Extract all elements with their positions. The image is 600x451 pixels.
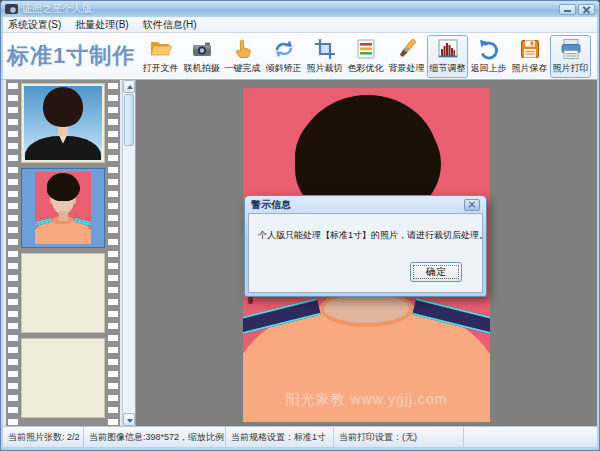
window-title: 证照之星个人版: [22, 2, 92, 16]
title-bar: 证照之星个人版: [1, 1, 599, 17]
toolbar-button-save-photo[interactable]: 照片保存: [509, 35, 550, 78]
filmstrip-empty-frame[interactable]: [21, 253, 105, 333]
dialog-close-icon[interactable]: [464, 199, 480, 211]
photo-crop-icon: [313, 37, 337, 61]
toolbar-button-one-click[interactable]: 一键完成: [222, 35, 263, 78]
filmstrip-holes-left: [8, 80, 18, 426]
toolbar-button-label: 一键完成: [225, 62, 261, 75]
filmstrip-holes-right: [108, 80, 118, 426]
tilt-correction-arrows-icon: [272, 37, 296, 61]
photo-watermark: 阳光家教 www.ygjj.com: [243, 391, 490, 409]
scroll-down-button[interactable]: [123, 413, 135, 426]
toolbar-button-label: 背景处理: [389, 62, 425, 75]
dialog-ok-button[interactable]: 确定: [410, 262, 462, 282]
arrow-up-icon: [127, 85, 133, 89]
printer-icon: [559, 37, 583, 61]
open-file-folder-icon: [149, 37, 173, 61]
arrow-down-icon: [127, 419, 133, 423]
toolbar-button-label: 打开文件: [143, 62, 179, 75]
status-photo-count: 当前照片张数: 2/2: [3, 427, 83, 447]
toolbar-button-label: 返回上步: [471, 62, 507, 75]
detail-histogram-icon: [436, 37, 460, 61]
status-filler: [463, 427, 597, 447]
menu-software-info[interactable]: 软件信息(H): [143, 18, 197, 32]
app-camera-icon: [5, 4, 18, 14]
toolbar-button-open-file[interactable]: 打开文件: [140, 35, 181, 78]
background-brush-icon: [395, 37, 419, 61]
toolbar-button-label: 照片打印: [553, 62, 589, 75]
dialog-body: 个人版只能处理【标准1寸】的照片，请进行裁切后处理。 确定: [248, 213, 483, 293]
color-optimize-icon: [354, 37, 378, 61]
close-button[interactable]: [578, 4, 595, 15]
toolbar: 标准1寸制作 打开文件 联机拍摄 一键完成: [3, 33, 597, 80]
one-click-hand-icon: [231, 37, 255, 61]
scrollbar-thumb[interactable]: [124, 94, 134, 146]
filmstrip-sidebar: [3, 80, 136, 426]
save-floppy-icon: [518, 37, 542, 61]
toolbar-button-label: 联机拍摄: [184, 62, 220, 75]
toolbar-button-print-photo[interactable]: 照片打印: [550, 35, 591, 78]
filmstrip-scrollbar: [122, 80, 135, 426]
man-portrait-thumb: [35, 172, 91, 244]
filmstrip-thumbnail-woman[interactable]: [21, 83, 105, 163]
warning-dialog: 警示信息 个人版只能处理【标准1寸】的照片，请进行裁切后处理。 确定: [244, 195, 487, 297]
camera-capture-icon: [190, 37, 214, 61]
filmstrip-thumbnail-man[interactable]: [21, 168, 105, 248]
toolbar-button-tilt-correction[interactable]: 倾斜矫正: [263, 35, 304, 78]
minimize-button[interactable]: [559, 4, 576, 15]
dialog-message: 个人版只能处理【标准1寸】的照片，请进行裁切后处理。: [258, 229, 488, 242]
toolbar-button-label: 照片裁切: [307, 62, 343, 75]
toolbar-button-label: 照片保存: [512, 62, 548, 75]
menu-bar: 系统设置(S) 批量处理(B) 软件信息(H): [3, 17, 597, 33]
app-window: 证照之星个人版 系统设置(S) 批量处理(B) 软件信息(H) 标准1寸制作 打…: [0, 0, 600, 451]
status-print-setting: 当前打印设置：(无): [333, 427, 463, 447]
mode-title: 标准1寸制作: [7, 41, 140, 71]
toolbar-button-background-process[interactable]: 背景处理: [386, 35, 427, 78]
status-bar: 当前照片张数: 2/2 当前图像信息:398*572，缩放比例 100% 当前规…: [3, 426, 597, 447]
status-spec-setting: 当前规格设置：标准1寸: [225, 427, 333, 447]
status-image-info: 当前图像信息:398*572，缩放比例 100%: [83, 427, 225, 447]
toolbar-button-label: 倾斜矫正: [266, 62, 302, 75]
filmstrip-empty-frame[interactable]: [21, 338, 105, 418]
menu-system-settings[interactable]: 系统设置(S): [8, 18, 61, 32]
toolbar-button-label: 色彩优化: [348, 62, 384, 75]
toolbar-button-color-optimize[interactable]: 色彩优化: [345, 35, 386, 78]
toolbar-button-photo-crop[interactable]: 照片裁切: [304, 35, 345, 78]
filmstrip: [6, 80, 120, 426]
toolbar-button-label: 细节调整: [430, 62, 466, 75]
woman-portrait-thumb: [24, 86, 102, 160]
toolbar-button-detail-adjust[interactable]: 细节调整: [427, 35, 468, 78]
dialog-title-bar: 警示信息: [248, 196, 483, 213]
toolbar-button-undo[interactable]: 返回上步: [468, 35, 509, 78]
toolbar-button-camera-capture[interactable]: 联机拍摄: [181, 35, 222, 78]
scroll-up-button[interactable]: [123, 80, 135, 93]
dialog-title: 警示信息: [251, 198, 291, 212]
menu-batch-process[interactable]: 批量处理(B): [75, 18, 128, 32]
undo-arrow-icon: [477, 37, 501, 61]
